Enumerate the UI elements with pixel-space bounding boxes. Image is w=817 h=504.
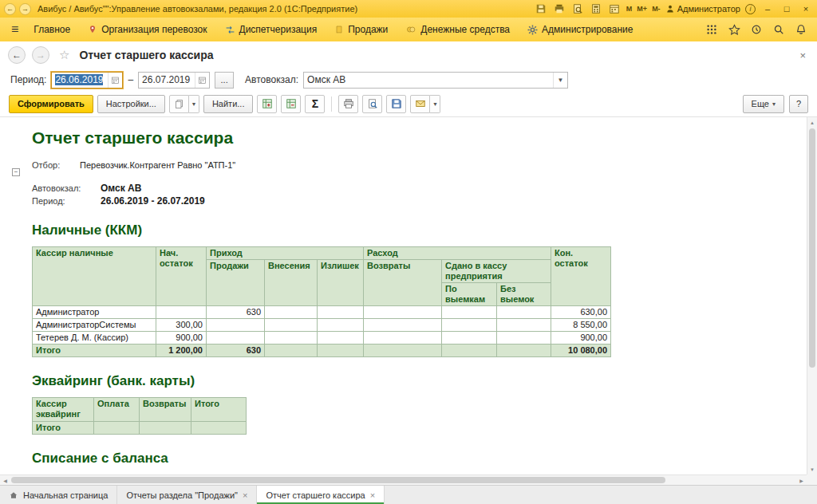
print-preview-button[interactable] xyxy=(362,95,382,113)
print-button[interactable] xyxy=(338,95,358,113)
date-from-input[interactable]: 26.06.2019 xyxy=(51,72,123,89)
cash-cell[interactable] xyxy=(318,319,364,332)
apps-grid-button[interactable] xyxy=(705,23,718,36)
cash-cell[interactable]: 630,00 xyxy=(551,306,611,319)
calendar-picker-button[interactable] xyxy=(108,73,122,88)
cash-cell[interactable] xyxy=(497,306,551,319)
maximize-button[interactable]: □ xyxy=(780,2,794,15)
report-variants-button[interactable] xyxy=(169,95,189,113)
calendar-picker-button[interactable] xyxy=(195,73,209,88)
menu-item-main[interactable]: Главное xyxy=(25,18,79,41)
cash-cell[interactable] xyxy=(442,319,497,332)
horizontal-scrollbar[interactable]: ◀ ▶ xyxy=(0,474,807,485)
acq-total-cell[interactable] xyxy=(94,422,140,435)
period-options-button[interactable]: ... xyxy=(215,72,234,89)
global-search-button[interactable] xyxy=(772,23,785,36)
cash-cell[interactable]: Администратор xyxy=(33,306,156,319)
cash-cell[interactable]: 900,00 xyxy=(551,332,611,345)
close-tab-icon[interactable]: × xyxy=(370,490,375,500)
nav-forward-button[interactable]: → xyxy=(32,46,49,64)
acq-total-cell[interactable]: Итого xyxy=(33,422,94,435)
cash-total-cell[interactable] xyxy=(318,345,364,357)
cash-total-cell[interactable] xyxy=(497,345,551,357)
cash-cell[interactable]: 630 xyxy=(207,306,265,319)
acq-total-cell[interactable] xyxy=(140,422,191,435)
date-to-input[interactable]: 26.07.2019 xyxy=(138,72,210,89)
memory-mminus-button[interactable]: M- xyxy=(652,5,661,13)
minimize-button[interactable]: – xyxy=(760,2,775,15)
cash-cell[interactable] xyxy=(265,319,318,332)
scroll-left-button[interactable]: ◀ xyxy=(0,475,10,485)
save-titlebar-button[interactable] xyxy=(535,2,548,15)
cash-cell[interactable] xyxy=(442,306,497,319)
cash-cell[interactable] xyxy=(364,306,442,319)
cash-cell[interactable] xyxy=(318,332,364,345)
find-button[interactable]: Найти... xyxy=(203,95,254,113)
menu-item-dispatch[interactable]: Диспетчеризация xyxy=(216,18,326,41)
vertical-scroll-thumb[interactable] xyxy=(809,128,815,368)
cash-total-cell[interactable]: 1 200,00 xyxy=(156,345,207,357)
save-report-button[interactable] xyxy=(386,95,406,113)
memory-m-button[interactable]: M xyxy=(626,5,633,13)
calculator-titlebar-button[interactable] xyxy=(590,2,603,15)
tab-sales-reports[interactable]: Отчеты раздела "Продажи" × xyxy=(117,486,257,504)
cash-cell[interactable] xyxy=(207,332,265,345)
print-titlebar-button[interactable] xyxy=(553,2,566,15)
close-window-button[interactable]: × xyxy=(799,2,813,15)
close-form-button[interactable]: × xyxy=(796,49,809,61)
generate-button[interactable]: Сформировать xyxy=(9,95,93,113)
cash-cell[interactable]: 900,00 xyxy=(156,332,207,345)
scroll-right-button[interactable]: ▶ xyxy=(796,475,807,485)
calendar-titlebar-button[interactable] xyxy=(608,2,622,15)
tab-home[interactable]: Начальная страница xyxy=(0,486,117,504)
nav-back-button[interactable]: ← xyxy=(8,46,26,64)
collapse-groups-button[interactable] xyxy=(281,95,301,113)
cash-cell[interactable] xyxy=(497,319,551,332)
cash-total-cell[interactable] xyxy=(364,345,442,357)
send-mail-dropdown[interactable]: ▼ xyxy=(430,95,440,113)
window-back-button[interactable]: ← xyxy=(4,3,16,15)
favorite-star-button[interactable]: ☆ xyxy=(59,48,69,62)
expand-groups-button[interactable] xyxy=(257,95,277,113)
help-button[interactable]: ? xyxy=(789,95,808,113)
cash-cell[interactable]: Тетерев Д. М. (Кассир) xyxy=(33,332,156,345)
cash-cell[interactable]: 300,00 xyxy=(156,319,207,332)
cash-total-cell[interactable]: Итого xyxy=(33,345,156,357)
cash-total-cell[interactable]: 10 080,00 xyxy=(551,345,611,357)
window-forward-button[interactable]: → xyxy=(19,3,31,15)
info-button[interactable]: i xyxy=(745,4,756,14)
cash-total-cell[interactable]: 630 xyxy=(207,345,265,357)
cash-cell[interactable] xyxy=(318,306,364,319)
cash-cell[interactable] xyxy=(497,332,551,345)
memory-mplus-button[interactable]: M+ xyxy=(637,5,647,13)
tab-cashier-report[interactable]: Отчет старшего кассира × xyxy=(257,486,385,504)
cash-cell[interactable]: АдминистраторСистемы xyxy=(33,319,156,332)
cash-cell[interactable] xyxy=(364,319,442,332)
menu-item-money[interactable]: Денежные средства xyxy=(397,18,519,41)
more-button[interactable]: Еще ▾ xyxy=(743,95,784,113)
collapse-group-button[interactable]: − xyxy=(12,168,20,176)
history-button[interactable] xyxy=(750,23,763,36)
report-variants-dropdown[interactable]: ▼ xyxy=(189,95,199,113)
preview-titlebar-button[interactable] xyxy=(571,2,585,15)
cash-cell[interactable]: 8 550,00 xyxy=(551,319,611,332)
close-tab-icon[interactable]: × xyxy=(243,490,247,500)
cash-cell[interactable] xyxy=(442,332,497,345)
notifications-button[interactable] xyxy=(795,23,807,36)
scroll-up-button[interactable]: ▲ xyxy=(807,117,817,128)
cash-cell[interactable] xyxy=(265,332,318,345)
menu-item-sales[interactable]: Продажи xyxy=(326,18,397,41)
favorites-button[interactable] xyxy=(728,23,740,36)
station-dropdown-button[interactable]: ▼ xyxy=(553,73,567,88)
cash-cell[interactable] xyxy=(265,306,318,319)
scroll-down-button[interactable]: ▼ xyxy=(807,464,817,474)
cash-cell[interactable] xyxy=(156,306,207,319)
acq-total-cell[interactable] xyxy=(191,422,247,435)
menu-item-transport-org[interactable]: Организация перевозок xyxy=(79,18,215,41)
settings-button[interactable]: Настройки... xyxy=(97,95,165,113)
cash-cell[interactable] xyxy=(364,332,442,345)
current-user[interactable]: Администратор xyxy=(665,4,740,14)
cash-cell[interactable] xyxy=(207,319,265,332)
hamburger-menu-button[interactable]: ≡ xyxy=(5,22,25,37)
horizontal-scroll-thumb[interactable] xyxy=(11,477,665,483)
